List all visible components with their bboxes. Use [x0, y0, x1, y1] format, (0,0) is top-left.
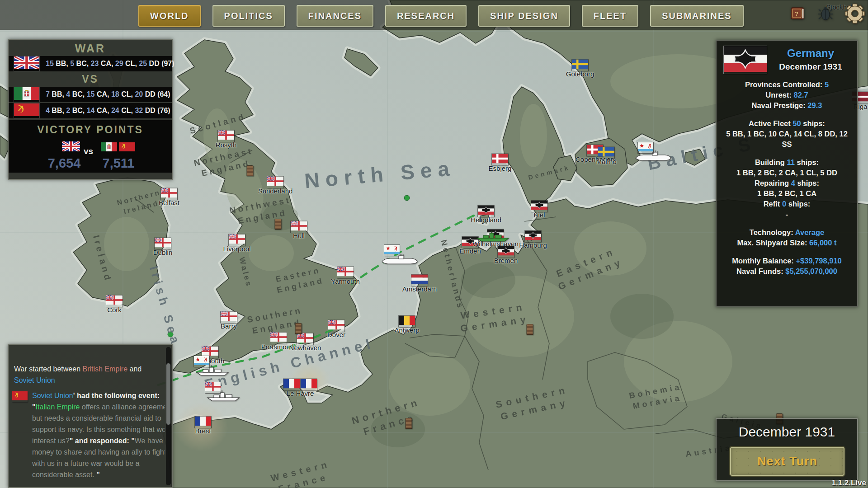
france-flag-icon — [301, 379, 317, 390]
version-label: 1.1.2.Live — [831, 479, 866, 488]
port-name-label: Newhaven — [289, 344, 321, 352]
warship-icon — [476, 231, 509, 244]
country-stat-line: Technology: Average — [720, 227, 854, 238]
victory-right-flags — [101, 142, 135, 153]
settings-gear-icon[interactable] — [844, 3, 865, 26]
victory-left-flag — [62, 141, 80, 153]
country-stat-line: - — [720, 209, 854, 220]
country-stat-line: Building 11 ships: — [720, 157, 854, 168]
war-title: WAR — [9, 40, 172, 55]
port-name-label: Göteborg — [566, 70, 594, 78]
italy-royal-flag-icon — [101, 142, 117, 153]
country-stat-line: Unrest: 82.7 — [720, 90, 854, 100]
soviet-red-flag-icon — [14, 103, 39, 118]
log-entry-text: Alliance signed between Soviet Union and… — [14, 484, 165, 487]
nav-tab-world[interactable]: WORLD — [138, 5, 201, 27]
port-name-label: Barry — [221, 322, 237, 330]
port-name-label: Esbjerg — [489, 164, 512, 172]
soviet-red-flag-icon — [119, 142, 135, 153]
country-stat-line: Refit 0 ships: — [720, 199, 854, 209]
fleet-composition: 4 BB, 2 BC, 14 CA, 24 CL, 32 DD (76) — [46, 107, 170, 115]
white-ensign-flag-icon — [205, 382, 221, 393]
event-log-entries: War started between British Empire and S… — [9, 363, 165, 487]
svg-text:?: ? — [795, 10, 798, 17]
next-turn-button[interactable]: Next Turn — [730, 447, 844, 476]
log-entry-text: War started between British Empire and S… — [14, 363, 165, 386]
port-name-label: Hamburg — [519, 241, 547, 249]
port-name-label: Brest — [195, 427, 211, 435]
soviet-navy-flag-icon — [384, 245, 400, 256]
white-ensign-flag-icon — [291, 221, 307, 233]
port-name-label: Sunderland — [258, 187, 293, 195]
log-entry[interactable]: Alliance signed between Soviet Union and… — [9, 484, 165, 487]
help-book-icon[interactable]: ? — [789, 6, 807, 23]
soviet-navy-flag-icon — [638, 142, 653, 153]
port-name-label: Bremen — [494, 257, 518, 264]
port-name-label: Rosyth — [216, 141, 237, 149]
nav-tab-fleet[interactable]: FLEET — [582, 5, 638, 27]
war-fleet-row: 4 BB, 2 BC, 14 CA, 24 CL, 32 DD (76) — [9, 103, 172, 118]
event-log-panel: War started between British Empire and S… — [8, 344, 173, 488]
white-ensign-flag-icon — [297, 333, 313, 345]
victory-vs-label: vs — [84, 146, 93, 156]
port-name-label: Helgoland — [471, 216, 501, 224]
country-stat-line: Naval Funds: $5,255,070,000 — [720, 266, 854, 277]
white-ensign-flag-icon — [218, 131, 234, 142]
union-jack-flag-icon — [62, 145, 80, 153]
fleet-composition: 7 BB, 4 BC, 15 CA, 18 CL, 20 DD (64) — [46, 90, 170, 99]
sweden-flag-icon — [598, 147, 614, 159]
denmark-flag-icon — [492, 154, 508, 165]
port-name-label: Hull — [293, 232, 305, 239]
nav-tab-finances[interactable]: FINANCES — [297, 5, 373, 27]
route-waypoint-dot — [168, 332, 173, 337]
white-ensign-flag-icon — [270, 333, 287, 344]
warship-icon — [196, 365, 229, 379]
route-waypoint-dot — [404, 195, 410, 201]
germany-imperial-flag-icon — [498, 246, 514, 258]
submarine-icon — [381, 254, 419, 267]
germany-imperial-flag-icon — [478, 206, 494, 217]
france-flag-icon — [195, 417, 211, 428]
country-name: Germany — [769, 47, 853, 60]
port-name-label: Dover — [327, 331, 345, 338]
country-stat-line: Provinces Controlled: 5 — [720, 80, 854, 90]
port-name-label: Dublin — [153, 249, 173, 256]
white-ensign-flag-icon — [155, 238, 171, 249]
port-name-label: Liverpool — [223, 245, 251, 253]
victory-points-block: VICTORY POINTS vs 7,654 7,511 — [9, 120, 172, 173]
port-name-label: Kiel — [533, 211, 545, 219]
soviet-red-flag-icon — [12, 391, 28, 402]
white-ensign-flag-icon — [328, 320, 344, 332]
nav-tab-politics[interactable]: POLITICS — [212, 5, 285, 27]
netherlands-flag-icon — [411, 275, 428, 286]
log-entry-text: Soviet Union' had the following event: "… — [32, 390, 165, 480]
event-log-scrollbar[interactable] — [166, 347, 171, 485]
log-entry[interactable]: War started between British Empire and S… — [9, 363, 165, 386]
bug-report-icon[interactable] — [818, 6, 833, 23]
war-rows: 15 BB, 5 BC, 23 CA, 29 CL, 25 DD (97)VS … — [9, 56, 172, 118]
country-info-panel: Germany December 1931 Provinces Controll… — [716, 40, 858, 307]
country-stat-line: Monthly Balance: +$39,798,910 — [720, 256, 854, 266]
nav-tab-research[interactable]: RESEARCH — [385, 5, 467, 27]
port-name-label: Cork — [107, 306, 122, 314]
italy-royal-flag-icon — [14, 87, 39, 102]
topbar-icons: ? — [789, 2, 865, 27]
scrollbar-thumb[interactable] — [166, 363, 170, 425]
victory-points-title: VICTORY POINTS — [9, 120, 172, 136]
war-fleet-row: 15 BB, 5 BC, 23 CA, 29 CL, 25 DD (97) — [9, 56, 172, 71]
white-ensign-flag-icon — [106, 296, 123, 307]
country-stat-line: Repairing 4 ships: — [720, 178, 854, 188]
country-stats: Provinces Controlled: 5Unrest: 82.7Naval… — [720, 80, 854, 277]
belgium-flag-icon — [399, 316, 415, 327]
port-name-label: Emden — [459, 247, 481, 255]
port-name-label: Antwerp — [394, 326, 419, 334]
log-entry[interactable]: Soviet Union' had the following event: "… — [9, 390, 165, 480]
nav-tab-submarines[interactable]: SUBMARINES — [650, 5, 743, 27]
war-panel: WAR 15 BB, 5 BC, 23 CA, 29 CL, 25 DD (97… — [8, 39, 173, 180]
war-fleet-row: 7 BB, 4 BC, 15 CA, 18 CL, 20 DD (64) — [9, 87, 172, 102]
nav-tab-ship-design[interactable]: SHIP DESIGN — [478, 5, 570, 27]
nav-tabs: WORLDPOLITICSFINANCESRESEARCHSHIP DESIGN… — [138, 5, 744, 27]
country-flag — [724, 46, 767, 74]
white-ensign-flag-icon — [161, 188, 177, 200]
white-ensign-flag-icon — [221, 312, 237, 323]
